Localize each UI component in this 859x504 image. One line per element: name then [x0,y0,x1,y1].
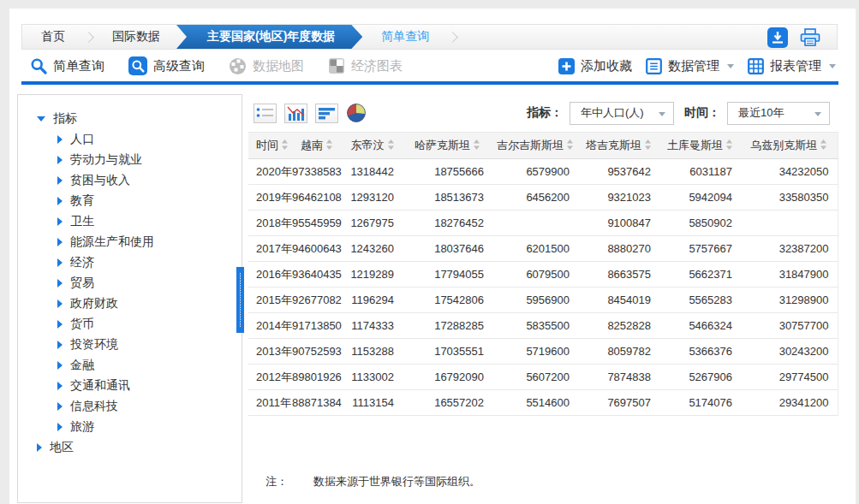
sidebar-tree-item[interactable]: 货币 [18,314,242,335]
value-cell: 6201500 [492,236,578,262]
triangle-right-icon [37,443,42,452]
breadcrumb-separator [447,32,458,43]
value-cell: 5514600 [492,390,578,416]
list-view-button[interactable] [254,104,277,123]
sidebar-item-indicators[interactable]: 指标 [18,109,242,129]
value-cell: 5174076 [659,390,741,416]
sidebar-tree-item[interactable]: 政府财政 [18,294,242,314]
sidebar-tree-item[interactable]: 信息科技 [18,396,242,417]
sidebar-tree-item[interactable]: 投资环境 [18,335,242,355]
column-chart-view-button[interactable] [284,104,307,123]
report-manage-button[interactable]: 报表管理 [748,58,836,74]
download-button[interactable] [767,27,789,48]
year-cell: 2015年 [248,288,291,313]
value-cell: 88871384 [291,390,343,416]
table-row: 2017年94600643124326018037646620150088802… [248,236,838,262]
column-header[interactable]: 乌兹别克斯坦 [741,133,838,159]
add-favorite-label: 添加收藏 [581,58,632,74]
simple-query-button[interactable]: 简单查询 [30,57,104,74]
column-header[interactable]: 时间 [248,133,291,159]
sidebar-tree-item[interactable]: 金融 [18,355,242,376]
print-button[interactable] [799,27,821,48]
sidebar-tree-item[interactable]: 贫困与收入 [18,170,242,191]
column-header[interactable]: 土库曼斯坦 [659,133,741,159]
tree-item-label: 货币 [70,317,94,332]
triangle-right-icon [57,402,63,411]
triangle-right-icon [57,423,63,431]
value-cell: 1196294 [343,288,403,313]
value-cell: 9321023 [578,185,659,210]
tree-item-label: 信息科技 [70,399,118,414]
column-header[interactable]: 塔吉克斯坦 [578,133,659,159]
pie-chart-view-button[interactable] [346,104,367,123]
column-header[interactable]: 吉尔吉斯斯坦 [492,133,578,159]
value-cell [741,210,838,236]
pie-chart-icon [346,103,367,123]
indicator-filter-label: 指标： [527,105,563,121]
econ-chart-icon [328,57,345,74]
value-cell: 16557202 [403,390,492,416]
tree-item-label: 教育 [70,193,94,209]
breadcrumb-annual-data-active[interactable]: 主要国家(地区)年度数据 [176,25,362,49]
sidebar-tree-item[interactable]: 人口 [18,129,242,150]
value-cell: 8252828 [578,313,659,339]
sort-icon [387,139,395,151]
value-cell: 90752593 [291,339,343,365]
sidebar-tree-item[interactable]: 交通和通讯 [18,376,242,396]
footnote-label: 注： [265,474,288,489]
add-favorite-button[interactable]: 添加收藏 [558,58,632,74]
sidebar-tree-item[interactable]: 劳动力与就业 [18,150,242,170]
data-manage-button[interactable]: 数据管理 [646,58,734,74]
plus-icon [558,58,575,74]
bar-chart-view-button[interactable] [315,104,338,123]
column-header[interactable]: 越南 [291,133,343,159]
filter-controls: 指标： 年中人口(人) 时间： 最近10年 [527,102,838,125]
sidebar-tree-item[interactable]: 教育 [18,191,242,211]
sidebar-tree-item[interactable]: 贸易 [18,273,242,294]
footnote: 注： 数据来源于世界银行等国际组织。 [248,474,838,489]
breadcrumb-home[interactable]: 首页 [22,25,84,49]
advanced-query-label: 高级查询 [153,58,205,74]
sidebar-tree-item[interactable]: 旅游 [18,417,242,437]
sort-icon [820,139,827,151]
value-cell: 9537642 [578,159,659,185]
triangle-right-icon [57,156,63,164]
tree-item-label: 投资环境 [70,337,118,353]
main-panel: 指标： 年中人口(人) 时间： 最近10年 时间 越南 [248,94,838,504]
value-cell: 18276452 [403,210,492,236]
value-cell: 1113154 [343,390,403,416]
sidebar-tree-item[interactable]: 经济 [18,252,242,273]
tree-item-label: 政府财政 [70,296,118,311]
value-cell: 93640435 [291,262,343,288]
value-cell: 30243200 [741,339,838,365]
value-cell: 9100847 [578,210,659,236]
value-cell: 7874838 [578,365,659,390]
breadcrumb-international-data[interactable]: 国际数据 [93,25,179,49]
triangle-right-icon [57,176,63,185]
sort-icon [325,139,333,151]
sidebar-tree-item[interactable]: 卫生 [18,211,242,232]
value-cell: 1133002 [343,365,403,390]
sidebar-item-regions[interactable]: 地区 [18,437,242,458]
sidebar-tree-item[interactable]: 能源生产和使用 [18,232,242,252]
year-cell: 2012年 [248,365,291,390]
breadcrumb-simple-query[interactable]: 简单查询 [362,25,448,49]
value-cell [492,210,578,236]
accent-divider [21,81,838,85]
column-header[interactable]: 东帝汶 [343,133,403,159]
value-cell: 5956900 [492,288,578,313]
value-cell: 5607200 [492,365,578,390]
panel-resize-handle[interactable] [236,267,244,333]
toolbar: 简单查询 高级查询 数据地图 [21,50,838,81]
value-cell: 29774500 [741,365,838,390]
value-cell: 6579900 [492,159,578,185]
indicator-select[interactable]: 年中人口(人) [570,102,674,125]
advanced-query-button[interactable]: 高级查询 [128,56,205,75]
value-cell: 5565283 [659,288,741,313]
column-header[interactable]: 哈萨克斯坦 [403,133,492,159]
time-select[interactable]: 最近10年 [727,102,830,125]
triangle-right-icon [57,238,63,246]
triangle-right-icon [57,382,63,390]
value-cell: 89801926 [291,365,343,390]
table-grid-icon [748,58,764,74]
